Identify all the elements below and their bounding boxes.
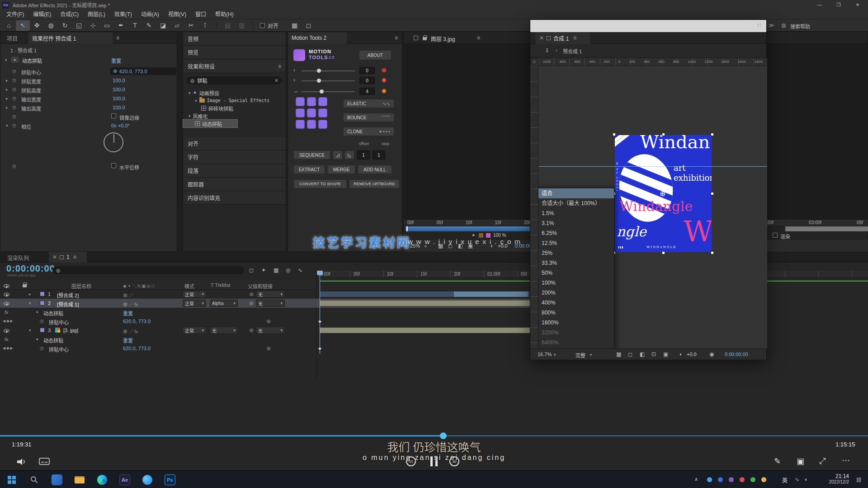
content-aware-fill-panel-header[interactable]: 内容识别填充 xyxy=(183,191,286,205)
presets-search-box[interactable]: ◍ 拼贴 ✕ xyxy=(187,76,282,84)
menu-item[interactable]: 合成(C) xyxy=(56,10,83,19)
comp-zoom-dropdown[interactable]: 16.7% xyxy=(538,352,552,357)
trkmat-dropdown[interactable]: Alpha▾ xyxy=(210,300,238,307)
parent-dropdown[interactable]: 无▾ xyxy=(256,291,285,298)
poster-selection[interactable]: Windan WIND ANGEL art exhibition Windang… xyxy=(614,134,712,253)
shy-layers-icon[interactable]: ✦ xyxy=(261,267,266,273)
trkmat-dropdown[interactable]: 无▾ xyxy=(210,327,238,334)
toolbar-tool-icon[interactable]: ↻ xyxy=(58,20,72,31)
zoom-menu-item[interactable]: 6.25% xyxy=(538,228,614,238)
tree-item-stylize[interactable]: ▾ 风格化 xyxy=(183,112,286,120)
zoom-menu-item[interactable]: 适合 xyxy=(538,188,614,198)
layer-switches[interactable]: 单 ／ fx xyxy=(123,328,138,335)
menu-item[interactable]: 效果(T) xyxy=(110,10,137,19)
zoom-menu-item[interactable]: 1.5% xyxy=(538,208,614,218)
chevron-down-icon[interactable]: ▾ xyxy=(6,123,8,128)
zoom-menu-item[interactable]: 1600% xyxy=(538,318,614,328)
anchor-point-icon[interactable]: ⊕ xyxy=(660,189,665,198)
horizontal-shift-checkbox[interactable] xyxy=(111,163,116,168)
render-checkbox[interactable] xyxy=(773,233,778,238)
sequence-mode-b-button[interactable]: ◺ xyxy=(344,150,354,160)
tab-composition[interactable]: ✕ 合成 1 ≡ xyxy=(536,32,590,44)
tab-layer-viewer[interactable]: 图层 3.jpg xyxy=(431,35,455,42)
search-icon[interactable]: ◍ xyxy=(781,22,786,28)
menu-item[interactable]: 文件(F) xyxy=(2,10,28,19)
progress-bar-played[interactable] xyxy=(0,435,443,436)
graph-editor-icon[interactable]: ∿ xyxy=(298,267,302,273)
clear-search-icon[interactable]: ✕ xyxy=(274,78,278,84)
selection-handle[interactable] xyxy=(711,133,714,136)
selection-handle[interactable] xyxy=(711,192,714,195)
panel-menu-icon[interactable]: ≡ xyxy=(395,35,398,41)
property-value[interactable]: 620.0, 773.0 xyxy=(123,346,151,351)
chevron-right-icon[interactable]: ▸ xyxy=(6,105,8,110)
region-options-icon[interactable]: ◻ xyxy=(302,20,316,31)
toolbar-tool-icon[interactable]: T xyxy=(128,20,142,31)
guides-icon[interactable]: ⊡ xyxy=(651,351,656,357)
parent-dropdown[interactable]: 无▾ xyxy=(256,300,285,307)
sequence-mode-a-button[interactable]: ◿ xyxy=(333,150,343,160)
toolbar-tool-icon[interactable]: ✂ xyxy=(184,20,198,31)
search-help-label[interactable]: 搜索帮助 xyxy=(790,23,810,30)
anchor-grid-cell[interactable] xyxy=(318,120,327,129)
zoom-menu-item[interactable]: 33.3% xyxy=(538,258,614,268)
mini-flowchart-icon[interactable]: ◻ xyxy=(249,267,254,273)
tray-app-icon[interactable] xyxy=(729,477,734,482)
snap-checkbox[interactable] xyxy=(260,23,265,28)
frame-blend-icon[interactable]: ▦ xyxy=(274,267,278,273)
anchor-grid-cell[interactable] xyxy=(318,108,327,117)
effect-reset-link[interactable]: 重置 xyxy=(123,337,133,344)
tab-motion-tools[interactable]: Motion Tools 2 xyxy=(288,32,347,44)
paragraph-panel-header[interactable]: 段落 xyxy=(183,164,286,178)
panel-menu-icon[interactable]: ≡ xyxy=(573,35,576,41)
pick-whip-icon[interactable]: ◎ xyxy=(250,291,254,296)
layer-duration-bar[interactable] xyxy=(320,300,530,306)
anchor-grid-cell[interactable] xyxy=(296,108,305,117)
align-panel-header[interactable]: 对齐 xyxy=(183,137,286,150)
effect-reset-link[interactable]: 重置 xyxy=(111,57,121,64)
progress-bar-remaining[interactable] xyxy=(443,435,868,436)
star-icon[interactable]: ✦ xyxy=(472,233,475,238)
mask-visibility-icon[interactable]: ◧ xyxy=(640,351,645,357)
chevron-down-icon[interactable]: ▾ xyxy=(36,337,38,342)
stopwatch-icon[interactable]: ◷ xyxy=(12,78,16,83)
clock[interactable]: 21:14 2022/12/2 xyxy=(817,473,849,484)
comp-viewport[interactable]: Windan WIND ANGEL art exhibition Windang… xyxy=(538,66,767,348)
tree-item-preset[interactable]: 碎砖块拼贴 xyxy=(183,104,286,112)
tray-chevron-icon[interactable]: ∧ xyxy=(694,476,698,482)
effect-name[interactable]: 动态拼贴 xyxy=(43,310,63,317)
vertical-ruler[interactable] xyxy=(530,66,538,348)
selection-handle[interactable] xyxy=(711,251,714,254)
stopwatch-icon[interactable]: ◷ xyxy=(12,69,16,74)
layer-switches[interactable]: 单 ／ xyxy=(123,292,133,299)
tab-render-queue[interactable]: 渲染队列 xyxy=(7,254,29,262)
add-null-button[interactable]: ADD NULL xyxy=(358,165,392,174)
timeline-timecode[interactable]: 0:00:00:00 xyxy=(6,263,55,274)
zoom-menu-item[interactable]: 50% xyxy=(538,268,614,278)
panel-menu-icon[interactable]: ≡ xyxy=(278,63,281,70)
comp-timecode[interactable]: 0:00:00:00 xyxy=(725,352,748,357)
anchor-grid-cell[interactable] xyxy=(307,108,316,117)
selection-handle[interactable] xyxy=(613,133,616,136)
maximize-button[interactable]: ❐ xyxy=(829,0,848,10)
stopwatch-icon[interactable]: ◷ xyxy=(12,114,16,119)
fx-badge-icon[interactable]: fx xyxy=(11,57,19,62)
anchor-grid-cell[interactable] xyxy=(307,120,316,129)
label-color-chip[interactable] xyxy=(40,328,45,333)
panel-menu-icon[interactable]: ≡ xyxy=(116,35,119,41)
effects-presets-panel-header[interactable]: 效果和预设 ≡ xyxy=(183,60,286,73)
effect-reset-link[interactable]: 重置 xyxy=(123,310,133,317)
layer-work-area-bar-right[interactable] xyxy=(785,226,868,231)
zoom-menu-item[interactable]: 6400% xyxy=(538,338,614,347)
remove-artboard-button[interactable]: REMOVE ARTBOARD xyxy=(349,179,400,188)
slider-track[interactable] xyxy=(302,80,355,81)
zoom-menu-item[interactable]: 100% xyxy=(538,278,614,288)
about-button[interactable]: ABOUT xyxy=(359,50,392,60)
zoom-menu-item[interactable]: 200% xyxy=(538,288,614,298)
selection-handle[interactable] xyxy=(662,133,665,136)
panel-menu-icon[interactable]: ≡ xyxy=(73,254,76,260)
extract-button[interactable]: EXTRACT xyxy=(293,165,325,174)
layer-name[interactable]: [预合成 2] xyxy=(57,291,79,299)
pick-whip-icon[interactable]: ◎ xyxy=(267,319,271,324)
zoom-menu-item[interactable]: 3200% xyxy=(538,328,614,338)
